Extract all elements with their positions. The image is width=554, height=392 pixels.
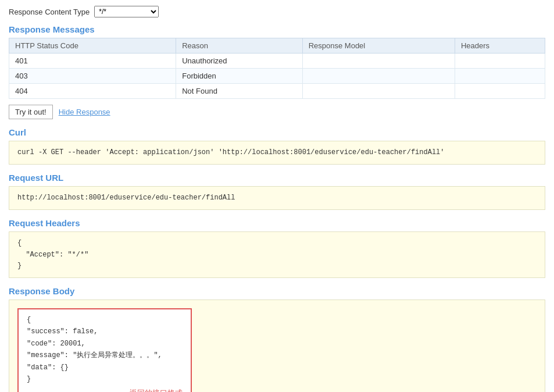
response-content-type-label: Response Content Type: [9, 8, 90, 16]
response-body-line: "code": 20001,: [27, 338, 183, 350]
curl-value: curl -X GET --header 'Accept: applicatio…: [9, 141, 545, 165]
request-url-section-label: Request URL: [9, 173, 545, 183]
try-it-out-button[interactable]: Try it out!: [9, 105, 53, 119]
response-content-type-select[interactable]: */* application/json text/plain: [94, 6, 159, 17]
request-headers-value: { "Accept": "*/*" }: [9, 231, 545, 278]
col-header-reason: Reason: [176, 38, 302, 54]
actions-row: Try it out! Hide Response: [9, 105, 545, 119]
table-cell-headers: [455, 84, 545, 99]
request-url-value: http://localhost:8001/eduservice/edu-tea…: [9, 186, 545, 210]
curl-section-label: Curl: [9, 127, 545, 137]
table-cell-code: 403: [9, 69, 176, 84]
table-cell-reason: Not Found: [176, 84, 302, 99]
response-body-line: "message": "执行全局异常处理。。。",: [27, 350, 183, 361]
table-cell-model: [302, 54, 455, 69]
table-cell-headers: [455, 54, 545, 69]
response-body-inner: { "success": false, "code": 20001, "mess…: [17, 308, 192, 392]
response-body-section-label: Response Body: [9, 286, 545, 296]
hide-response-link[interactable]: Hide Response: [59, 108, 110, 116]
response-body-line: "data": {}: [27, 362, 183, 373]
response-messages-table: HTTP Status Code Reason Response Model H…: [9, 38, 545, 99]
request-headers-section-label: Request Headers: [9, 218, 545, 228]
response-body-closing: }: [27, 373, 183, 385]
table-cell-code: 404: [9, 84, 176, 99]
table-row: 401Unauthorized: [9, 54, 545, 69]
table-cell-headers: [455, 69, 545, 84]
response-body-annotation: 返回的接口格式: [27, 387, 183, 392]
col-header-headers: Headers: [455, 38, 545, 54]
response-body-box: { "success": false, "code": 20001, "mess…: [9, 300, 545, 392]
response-content-type-row: Response Content Type */* application/js…: [9, 6, 545, 17]
col-header-status-code: HTTP Status Code: [9, 38, 176, 54]
table-cell-model: [302, 84, 455, 99]
table-cell-model: [302, 69, 455, 84]
response-messages-section-label: Response Messages: [9, 24, 545, 34]
table-row: 403Forbidden: [9, 69, 545, 84]
table-cell-reason: Forbidden: [176, 69, 302, 84]
col-header-response-model: Response Model: [302, 38, 455, 54]
response-body-line: "success": false,: [27, 326, 183, 337]
response-body-line: {: [27, 314, 183, 326]
table-cell-code: 401: [9, 54, 176, 69]
table-row: 404Not Found: [9, 84, 545, 99]
table-cell-reason: Unauthorized: [176, 54, 302, 69]
